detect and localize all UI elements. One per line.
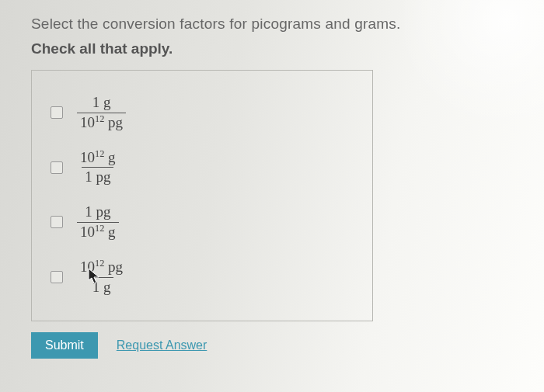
checkbox-icon[interactable] (51, 106, 63, 119)
option-row[interactable]: 1012 pg 1 g (51, 258, 354, 297)
option-row[interactable]: 1 g 1012 pg (51, 94, 354, 132)
submit-button[interactable]: Submit (31, 332, 98, 359)
checkbox-icon[interactable] (51, 161, 63, 174)
fraction: 1 pg 1012 g (77, 203, 119, 241)
checkbox-icon[interactable] (51, 216, 63, 228)
option-row[interactable]: 1 pg 1012 g (51, 203, 354, 241)
options-container: 1 g 1012 pg 1012 g 1 pg 1 pg 1012 g 1012… (31, 70, 373, 321)
fraction: 1012 g 1 pg (77, 149, 119, 187)
action-bar: Submit Request Answer (31, 332, 513, 359)
fraction: 1 g 1012 pg (77, 94, 126, 132)
option-row[interactable]: 1012 g 1 pg (51, 149, 354, 187)
question-instruction: Check all that apply. (31, 40, 513, 57)
checkbox-icon[interactable] (51, 271, 63, 283)
request-answer-link[interactable]: Request Answer (117, 338, 207, 352)
question-prompt: Select the conversion factors for picogr… (31, 16, 513, 33)
fraction: 1012 pg 1 g (77, 258, 126, 297)
